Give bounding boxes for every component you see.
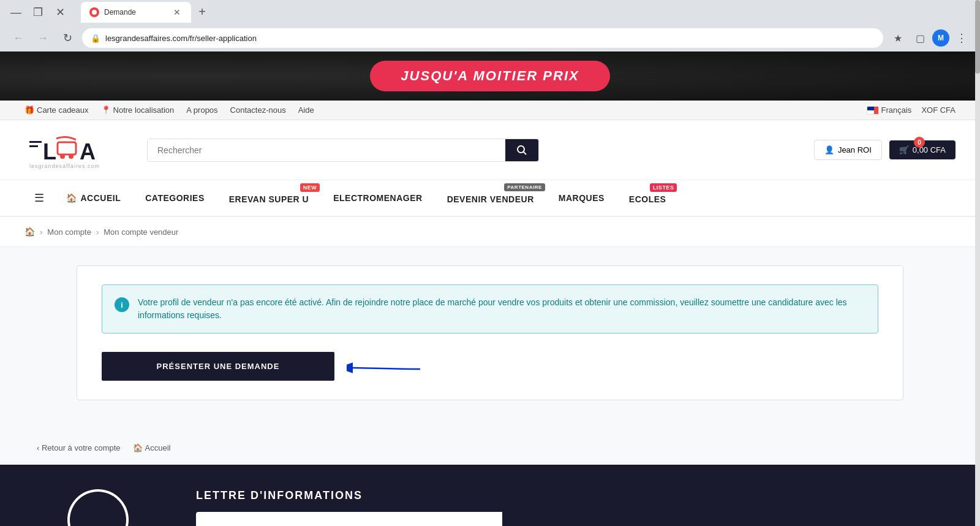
back-links: ‹ Retour à votre compte 🏠 Accueil [0,431,980,465]
nav-badge-new: NEW [300,183,320,192]
top-bar-right: Français XOF CFA [867,105,956,115]
content-card: i Votre profil de vendeur n'a pas encore… [77,265,903,400]
nav-item-categories[interactable]: CATEGORIES [133,183,217,213]
footer-logo-circle [67,489,129,526]
browser-menu-button[interactable]: ⋮ [952,28,971,48]
minimize-button[interactable]: — [6,2,26,22]
scrollbar[interactable] [975,0,980,526]
main-content: i Votre profil de vendeur n'a pas encore… [0,247,980,431]
top-bar: 🎁 Carte cadeaux 📍 Notre localisation A p… [0,101,980,120]
nav-item-electromenager[interactable]: ELECTROMENAGER [321,183,434,213]
carte-cadeaux-link[interactable]: 🎁 Carte cadeaux [24,105,89,115]
svg-rect-4 [58,142,76,154]
logo-svg: L A lesgrandesaffaires.com [24,130,123,170]
svg-text:L: L [43,139,56,164]
user-icon: 👤 [824,145,834,154]
search-icon [516,145,527,156]
tab-close-button[interactable]: ✕ [172,7,183,18]
hero-banner-text: JUSQU'A MOITIER PRIX [370,61,609,91]
france-flag [867,106,879,115]
extensions-button[interactable]: ▢ [910,28,930,48]
browser-chrome: — ❐ ✕ Demande ✕ + ← → ↻ 🔒 lesgrandesaffa… [0,0,980,51]
top-bar-left: 🎁 Carte cadeaux 📍 Notre localisation A p… [24,105,314,115]
language-selector[interactable]: Français [867,105,912,115]
secure-icon: 🔒 [91,34,100,43]
hero-banner: JUSQU'A MOITIER PRIX [0,51,980,101]
forward-button[interactable]: → [33,28,53,48]
reload-button[interactable]: ↻ [58,28,77,48]
svg-rect-2 [29,145,38,147]
bookmark-button[interactable]: ★ [888,28,908,48]
back-to-account-link[interactable]: ‹ Retour à votre compte [37,443,121,452]
page-wrapper: JUSQU'A MOITIER PRIX 🎁 Carte cadeaux 📍 N… [0,51,980,526]
nav-item-marques[interactable]: MARQUES [546,183,617,213]
newsletter-title: LETTRE D'INFORMATIONS [196,489,943,502]
submit-request-button[interactable]: PRÉSENTER UNE DEMANDE [102,352,334,381]
svg-text:A: A [80,139,96,164]
gift-icon: 🎁 [24,105,34,115]
localisation-link[interactable]: 📍 Notre localisation [101,105,175,115]
nav-item-accueil[interactable]: 🏠 ACCUEIL [54,183,133,213]
contactez-link[interactable]: Contactez-nous [230,105,286,115]
svg-point-5 [60,154,65,159]
info-icon: i [115,297,129,312]
breadcrumb-home-icon[interactable]: 🏠 [24,227,35,237]
hamburger-menu-button[interactable]: ☰ [24,180,54,216]
site-footer: LETTRE D'INFORMATIONS [0,465,980,526]
user-account-button[interactable]: 👤 Jean ROI [814,140,882,160]
profile-button[interactable]: M [932,29,949,47]
newsletter-input-row [196,512,943,526]
svg-line-10 [524,151,527,154]
svg-rect-1 [29,141,42,143]
home-nav-icon: 🏠 [66,193,77,203]
tab-title: Demande [104,8,167,17]
nav-badge-partenaire: PARTENAIRE [504,183,545,191]
currency-selector[interactable]: XOF CFA [921,105,956,115]
active-tab[interactable]: Demande ✕ [81,2,191,23]
footer-logo-section [37,489,159,526]
nav-item-erevan[interactable]: NEW EREVAN SUPER U [217,182,321,214]
breadcrumb-sep-1: › [40,227,42,237]
cart-count-badge: 0 [914,137,925,148]
nav-item-ecoles[interactable]: LISTES ECOLES [617,182,679,214]
newsletter-email-input[interactable] [196,512,502,526]
search-bar [147,139,539,162]
scrollbar-thumb[interactable] [975,0,980,74]
arrow-annotation [347,351,426,381]
nav-item-devenir-vendeur[interactable]: PARTENAIRE DEVENIR VENDEUR [435,182,546,214]
new-tab-button[interactable]: + [194,3,211,20]
window-controls: — ❐ ✕ [6,2,70,22]
site-header: L A lesgrandesaffaires.com [0,120,980,180]
header-right: 👤 Jean ROI 0 🛒 0,00 CFA [814,140,956,160]
apropos-link[interactable]: A propos [186,105,217,115]
aide-link[interactable]: Aide [298,105,314,115]
svg-point-6 [69,154,74,159]
svg-point-0 [92,10,97,15]
search-input[interactable] [148,139,505,161]
url-bar[interactable]: 🔒 lesgrandesaffaires.com/fr/seller-appli… [82,28,883,48]
maximize-button[interactable]: ❐ [28,2,48,22]
footer-newsletter: LETTRE D'INFORMATIONS [37,489,943,526]
home-link[interactable]: 🏠 Accueil [133,443,171,452]
browser-titlebar: — ❐ ✕ Demande ✕ + [0,0,980,25]
back-button[interactable]: ← [9,28,28,48]
svg-text:lesgrandesaffaires.com: lesgrandesaffaires.com [29,163,100,169]
home-link-icon: 🏠 [133,443,143,452]
cart-button[interactable]: 0 🛒 0,00 CFA [889,140,956,159]
url-text: lesgrandesaffaires.com/fr/seller-applica… [105,34,875,43]
nav-bar: ☰ 🏠 ACCUEIL CATEGORIES NEW EREVAN SUPER … [0,180,980,217]
breadcrumb-current: Mon compte vendeur [104,227,178,237]
tab-bar: Demande ✕ + [75,2,217,23]
site-logo[interactable]: L A lesgrandesaffaires.com [24,130,123,170]
info-message: Votre profil de vendeur n'a pas encore é… [138,296,865,322]
info-box: i Votre profil de vendeur n'a pas encore… [102,284,878,334]
tab-favicon [89,7,99,17]
breadcrumb-mon-compte[interactable]: Mon compte [47,227,91,237]
nav-badge-listes: LISTES [650,183,677,192]
hamburger-icon: ☰ [34,191,44,205]
address-bar: ← → ↻ 🔒 lesgrandesaffaires.com/fr/seller… [0,25,980,51]
breadcrumb-sep-2: › [96,227,99,237]
search-button[interactable] [505,139,538,161]
newsletter-section: LETTRE D'INFORMATIONS [196,489,943,526]
close-button[interactable]: ✕ [50,2,70,22]
